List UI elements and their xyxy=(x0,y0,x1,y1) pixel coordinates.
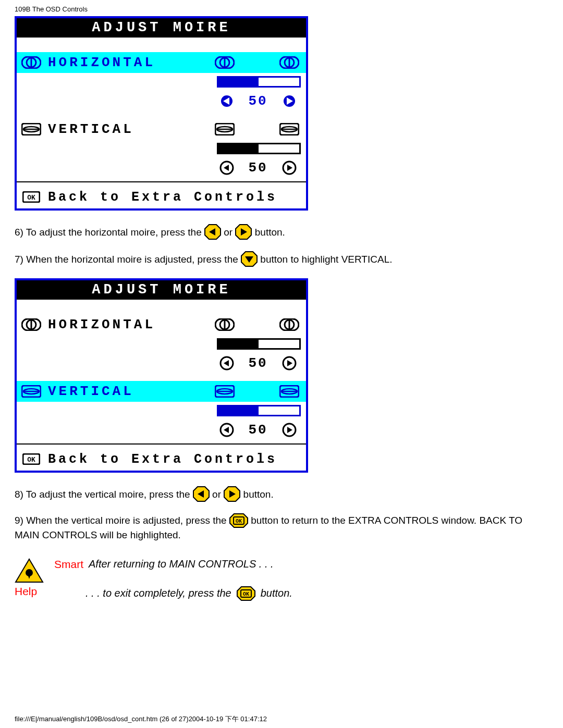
ok-icon: OK xyxy=(20,191,43,203)
text: or xyxy=(224,227,232,238)
down-button-icon xyxy=(241,251,258,267)
osd-title: Adjust Moire xyxy=(17,280,306,300)
osd-ctrl-vertical: 50 xyxy=(17,157,306,178)
instruction-9: 9) When the vertical moire is adjusted, … xyxy=(15,513,548,542)
text: 9) When the vertical moire is adjusted, … xyxy=(15,515,229,526)
warning-icon xyxy=(15,558,44,583)
arrow-right-icon xyxy=(282,422,297,438)
osd-screen-2: Adjust Moire Horizontal 50 Ver xyxy=(15,278,308,473)
moire-h-icon xyxy=(278,318,301,331)
moire-v-icon xyxy=(213,385,236,398)
svg-marker-59 xyxy=(287,427,292,433)
moire-v-icon xyxy=(278,123,301,135)
text: 7) When the horizontal moire is adjusted… xyxy=(15,254,241,265)
svg-marker-46 xyxy=(287,360,292,366)
osd-title: Adjust Moire xyxy=(17,18,306,38)
moire-h-icon xyxy=(278,56,301,69)
svg-text:OK: OK xyxy=(236,519,242,524)
moire-h-icon xyxy=(213,56,236,69)
arrow-right-icon xyxy=(282,355,297,371)
osd-back-row: OK Back to Extra Controls xyxy=(17,448,306,471)
instruction-6: 6) To adjust the horizontal moire, press… xyxy=(15,224,548,240)
svg-marker-23 xyxy=(224,165,229,171)
moire-v-icon xyxy=(278,385,301,398)
osd-row-vertical: Vertical xyxy=(17,381,306,402)
right-button-icon xyxy=(235,224,252,240)
osd-bar-vertical xyxy=(17,402,306,419)
left-button-icon xyxy=(193,486,210,502)
text: button to highlight VERTICAL. xyxy=(260,254,392,265)
ok-button-icon: OK xyxy=(229,513,248,528)
arrow-left-icon xyxy=(219,160,235,176)
smart-help-block: Smart After returning to MAIN CONTROLS .… xyxy=(15,558,548,601)
osd-label-horizontal: Horizontal xyxy=(48,317,213,332)
osd-ctrl-horizontal: 50 xyxy=(17,353,306,374)
right-button-icon xyxy=(224,486,240,502)
moire-h-icon xyxy=(20,318,43,331)
arrow-left-icon xyxy=(219,93,235,109)
osd-label-horizontal: Horizontal xyxy=(48,55,213,70)
moire-h-icon xyxy=(20,56,43,69)
osd-row-vertical: Vertical xyxy=(17,119,306,140)
osd-back-label: Back to Extra Controls xyxy=(48,452,277,467)
arrow-right-icon xyxy=(282,93,297,109)
smart-label: Smart xyxy=(54,558,83,571)
osd-back-row: OK Back to Extra Controls xyxy=(17,186,306,208)
text: button. xyxy=(255,227,285,238)
osd-bar-vertical xyxy=(17,140,306,157)
osd-row-horizontal: Horizontal xyxy=(17,314,306,335)
text: button. xyxy=(243,489,274,500)
instruction-7: 7) When the horizontal moire is adjusted… xyxy=(15,251,548,267)
moire-v-icon xyxy=(213,123,236,135)
osd-label-vertical: Vertical xyxy=(48,384,213,399)
osd-screen-1: Adjust Moire Horizontal 50 Ver xyxy=(15,16,308,211)
moire-v-icon xyxy=(20,385,43,398)
arrow-left-icon xyxy=(219,355,235,371)
osd-bar-horizontal xyxy=(17,335,306,353)
osd-ctrl-vertical: 50 xyxy=(17,419,306,440)
ok-icon: OK xyxy=(20,453,43,465)
text: 8) To adjust the vertical moire, press t… xyxy=(15,489,193,500)
page-header: 109B The OSD Controls xyxy=(15,5,548,13)
osd-bar-horizontal xyxy=(17,73,306,91)
moire-h-icon xyxy=(213,318,236,331)
moire-v-icon xyxy=(20,123,43,135)
text: or xyxy=(212,489,221,500)
value-horizontal: 50 xyxy=(235,93,282,109)
svg-text:OK: OK xyxy=(27,456,35,464)
text: 6) To adjust the horizontal moire, press… xyxy=(15,227,204,238)
svg-marker-57 xyxy=(224,427,229,433)
smart-hint-1: After returning to MAIN CONTROLS . . . xyxy=(89,558,274,570)
left-button-icon xyxy=(204,224,221,240)
osd-back-label: Back to Extra Controls xyxy=(48,190,277,205)
value-vertical: 50 xyxy=(235,422,282,438)
svg-marker-25 xyxy=(287,165,292,171)
arrow-right-icon xyxy=(282,160,297,176)
osd-ctrl-horizontal: 50 xyxy=(17,91,306,112)
arrow-left-icon xyxy=(219,422,235,438)
osd-label-vertical: Vertical xyxy=(48,121,213,137)
osd-row-horizontal: Horizontal xyxy=(17,52,306,73)
value-vertical: 50 xyxy=(235,160,282,176)
svg-text:OK: OK xyxy=(27,194,35,202)
instruction-8: 8) To adjust the vertical moire, press t… xyxy=(15,486,548,502)
svg-marker-44 xyxy=(224,360,229,366)
help-label: Help xyxy=(15,585,37,597)
value-horizontal: 50 xyxy=(235,355,282,371)
